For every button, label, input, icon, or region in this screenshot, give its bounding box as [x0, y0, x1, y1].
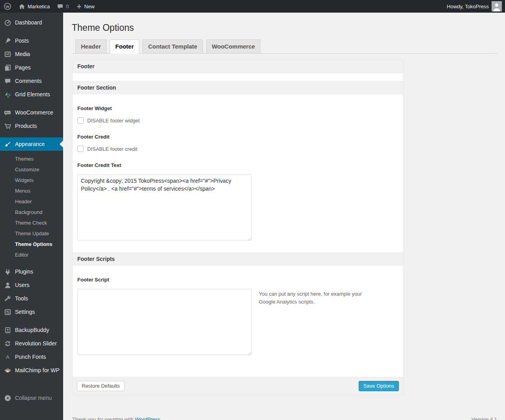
wrench-icon	[3, 295, 12, 302]
sidebar-item-label: Posts	[15, 38, 29, 44]
sidebar-item-label: Plugins	[15, 268, 33, 275]
submenu-item-editor[interactable]: Editor	[0, 249, 63, 260]
submenu-item-theme-options[interactable]: Theme Options	[0, 239, 63, 249]
footer-scripts-header: Footer Scripts	[73, 252, 403, 266]
disable-footer-widget-checkbox[interactable]	[77, 117, 84, 124]
sidebar-item-tools[interactable]: Tools	[0, 292, 63, 305]
submenu-item-header[interactable]: Header	[0, 196, 63, 207]
sidebar-item-grid-elements[interactable]: Grid Elements	[0, 88, 63, 101]
tab-woocommerce[interactable]: WooCommerce	[206, 39, 261, 53]
active-menu-arrow	[60, 141, 63, 148]
panel-footer-bar: Restore Defaults Save Options	[73, 377, 403, 395]
footer-widget-label: Footer Widget	[77, 105, 398, 111]
sidebar-item-revolution-slider[interactable]: Revolution Slider	[0, 337, 63, 350]
menu-separator	[0, 29, 63, 34]
footer-script-label: Footer Script	[77, 277, 398, 283]
sidebar-item-label: Comments	[15, 78, 42, 84]
disable-footer-credit-row[interactable]: DISABLE footer credit	[77, 146, 137, 152]
sidebar-item-label: Punch Fonts	[15, 354, 46, 360]
sidebar-item-settings[interactable]: Settings	[0, 305, 63, 319]
sidebar-item-label: WooCommerce	[15, 109, 53, 116]
media-icon	[3, 51, 12, 58]
sidebar-item-label: MailChimp for WP	[15, 367, 60, 373]
admin-footer: Thank you for creating with WordPress. V…	[72, 416, 497, 420]
sidebar-item-woocommerce[interactable]: Woo WooCommerce	[0, 106, 63, 119]
sidebar-item-label: Media	[15, 51, 30, 57]
sidebar-item-users[interactable]: Users	[0, 278, 63, 292]
refresh-icon	[3, 340, 12, 347]
plus-icon	[76, 4, 82, 9]
letter-a-icon: A	[3, 353, 12, 361]
appearance-submenu: Themes Customize Widgets Menus Header Ba…	[0, 151, 63, 265]
checkbox-label: DISABLE footer widget	[87, 118, 140, 124]
sidebar-item-plugins[interactable]: Plugins	[0, 265, 63, 278]
tab-footer[interactable]: Footer	[110, 39, 139, 54]
collapse-menu-button[interactable]: Collapse menu	[0, 391, 63, 405]
sidebar-item-media[interactable]: Media	[0, 47, 63, 61]
site-link[interactable]: Marketica	[15, 0, 53, 13]
svg-text:W: W	[6, 4, 9, 9]
new-content-menu[interactable]: New	[73, 0, 98, 13]
pushpin-icon	[3, 37, 12, 45]
footer-thanks-text: Thank you for creating with WordPress.	[72, 416, 162, 420]
menu-separator	[0, 377, 63, 391]
user-icon	[3, 281, 12, 289]
svg-text:A: A	[6, 354, 9, 360]
tab-header[interactable]: Header	[75, 39, 107, 53]
submenu-item-theme-check[interactable]: Theme Check	[0, 218, 63, 228]
wordpress-link[interactable]: WordPress	[135, 416, 160, 420]
wordpress-logo-icon: W	[4, 2, 11, 10]
sidebar-item-label: Pages	[15, 64, 31, 71]
comments-menu[interactable]: 0	[53, 0, 72, 13]
sidebar-item-backupbuddy[interactable]: BackupBuddy	[0, 323, 63, 337]
panel-gap	[73, 73, 403, 81]
footer-script-textarea[interactable]	[77, 289, 252, 355]
comment-bubble-icon	[57, 3, 64, 10]
pages-icon	[3, 64, 12, 71]
thanks-prefix: Thank you for creating with	[72, 416, 133, 420]
submenu-item-menus[interactable]: Menus	[0, 186, 63, 196]
submenu-item-widgets[interactable]: Widgets	[0, 175, 63, 186]
footer-scripts-body: Footer Script You can put any script her…	[73, 266, 403, 377]
footer-credit-label: Footer Credit	[77, 134, 398, 140]
collapse-icon	[3, 394, 12, 402]
svg-text:Woo: Woo	[5, 111, 10, 114]
submenu-item-themes[interactable]: Themes	[0, 154, 63, 164]
avatar[interactable]	[492, 1, 502, 11]
submenu-item-customize[interactable]: Customize	[0, 164, 63, 175]
sidebar-item-label: Revolution Slider	[15, 340, 57, 347]
theme-options-panel: Footer Footer Section Footer Widget DISA…	[72, 60, 404, 395]
sidebar-item-posts[interactable]: Posts	[0, 34, 63, 47]
howdy-account-link[interactable]: Howdy, TokoPress	[447, 4, 489, 9]
footer-section-body: Footer Widget DISABLE footer widget Foot…	[73, 94, 403, 252]
save-options-button[interactable]: Save Options	[359, 381, 399, 391]
version-text: Version 4.1	[471, 416, 497, 420]
sidebar-item-label: BackupBuddy	[15, 327, 49, 333]
sidebar-item-pages[interactable]: Pages	[0, 61, 63, 74]
restore-defaults-button[interactable]: Restore Defaults	[77, 381, 125, 391]
main-content: Theme Options Header Footer Contact Temp…	[63, 13, 505, 420]
plugin-icon	[3, 268, 12, 276]
submenu-item-background[interactable]: Background	[0, 207, 63, 218]
footer-script-hint: You can put any script here, for example…	[259, 290, 379, 306]
sidebar-item-products[interactable]: Products	[0, 119, 63, 133]
wordpress-logo-menu[interactable]: W	[0, 0, 15, 13]
brush-icon	[3, 141, 12, 148]
sidebar-item-label: Settings	[15, 309, 35, 315]
disable-footer-widget-row[interactable]: DISABLE footer widget	[77, 117, 140, 124]
monkey-icon	[3, 367, 12, 374]
sidebar-item-label: Products	[15, 123, 37, 129]
sidebar-item-comments[interactable]: Comments	[0, 74, 63, 88]
sidebar-item-appearance[interactable]: Appearance	[0, 137, 63, 151]
disable-footer-credit-checkbox[interactable]	[77, 146, 84, 152]
tab-contact-template[interactable]: Contact Template	[142, 39, 203, 53]
footer-credit-text-textarea[interactable]: Copyright &copy; 2015 TokoPress<span><a …	[77, 174, 252, 240]
home-icon	[19, 3, 25, 10]
sidebar-item-dashboard[interactable]: Dashboard	[0, 16, 63, 29]
sidebar-item-label: Grid Elements	[15, 91, 50, 98]
sidebar-item-mailchimp[interactable]: MailChimp for WP	[0, 364, 63, 377]
menu-separator	[0, 133, 63, 137]
submenu-item-theme-update[interactable]: Theme Update	[0, 228, 63, 239]
sidebar-item-punch-fonts[interactable]: A Punch Fonts	[0, 350, 63, 364]
admin-bar: W Marketica 0 New Howdy, TokoPress	[0, 0, 505, 13]
